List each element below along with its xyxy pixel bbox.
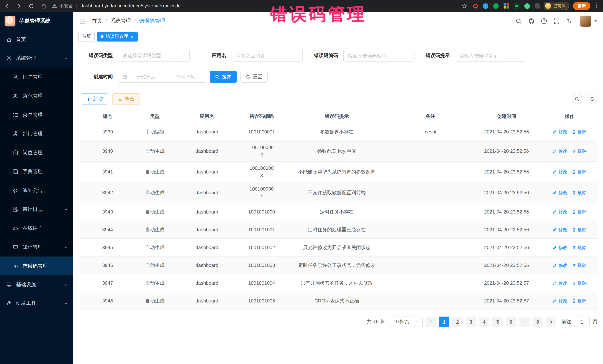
error-hint-input[interactable] — [455, 50, 526, 62]
page-button-4[interactable]: 4 — [479, 317, 489, 327]
error-code-input[interactable] — [343, 50, 415, 62]
browser-extension-icon[interactable] — [504, 3, 509, 9]
edit-link[interactable]: 修改 — [553, 128, 567, 135]
search-icon[interactable] — [515, 18, 522, 24]
delete-link[interactable]: 删除 — [572, 189, 587, 196]
delete-link[interactable]: 删除 — [572, 244, 587, 251]
page-button-1[interactable]: 1 — [439, 317, 449, 327]
back-icon[interactable] — [4, 3, 10, 9]
sidebar-item-users[interactable]: 用户管理 — [0, 67, 73, 86]
github-icon[interactable] — [528, 18, 535, 24]
sidebar-item-system[interactable]: 系统管理 — [0, 49, 73, 67]
badge-icon — [13, 150, 19, 155]
help-icon[interactable] — [541, 18, 547, 24]
tab-error-code[interactable]: 错误码管理 — [97, 32, 138, 41]
app-logo[interactable]: 芋道管理系统 — [0, 12, 73, 30]
delete-link[interactable]: 删除 — [572, 209, 587, 215]
page-ellipsis-button[interactable]: ··· — [519, 317, 530, 327]
user-menu[interactable] — [580, 15, 597, 26]
sidebar-item-audit-log[interactable]: 审计日志 — [0, 200, 73, 219]
page-button-6[interactable]: 6 — [506, 317, 516, 327]
close-icon[interactable] — [130, 35, 134, 38]
warning-icon — [52, 3, 57, 9]
sidebar-item-label: 首页 — [16, 36, 26, 43]
refresh-table-button[interactable] — [587, 94, 597, 104]
home-icon[interactable] — [40, 3, 47, 9]
search-button[interactable]: 搜索 — [210, 71, 237, 83]
sidebar-item-home[interactable]: 首页 — [0, 30, 73, 49]
export-button[interactable]: 导出 — [112, 93, 139, 105]
sidebar-item-dev-tools[interactable]: 研发工具 — [0, 294, 73, 312]
profile-paused-badge[interactable]: 已暂停 — [544, 2, 569, 10]
font-size-icon[interactable] — [566, 18, 573, 24]
date-range-picker[interactable]: 开始日期 - 结束日期 — [118, 71, 206, 83]
next-page-button[interactable] — [546, 317, 556, 327]
goto-page-input[interactable] — [574, 317, 590, 327]
delete-link[interactable]: 删除 — [572, 280, 587, 286]
sidebar-item-sms[interactable]: 短信管理 — [0, 238, 73, 256]
table-row: 3947 自动生成 dashboard 1001001004 只有开启状态的任务… — [80, 274, 597, 292]
sidebar-item-departments[interactable]: 部门管理 — [0, 124, 73, 143]
browser-extension-icon[interactable] — [524, 3, 530, 9]
browser-extension-icon[interactable] — [514, 3, 520, 9]
show-search-button[interactable] — [572, 94, 582, 104]
error-type-select[interactable]: 请选择错误码类型 — [118, 50, 190, 62]
breadcrumb-item[interactable]: 首页 — [92, 18, 102, 24]
delete-link[interactable]: 删除 — [572, 226, 587, 233]
sidebar-item-roles[interactable]: 角色管理 — [0, 86, 73, 105]
filter-row-2: 创建时间 开始日期 - 结束日期 搜索 重置 — [73, 71, 603, 83]
tab-home[interactable]: 首页 — [78, 32, 95, 41]
breadcrumb-item[interactable]: 系统管理 — [110, 18, 131, 24]
cell-id: 3944 — [80, 221, 135, 238]
app-name-input[interactable] — [232, 50, 303, 62]
sidebar-item-error-code[interactable]: 错误码管理 — [0, 256, 73, 276]
page-button-3[interactable]: 3 — [466, 317, 476, 327]
page-button-5[interactable]: 5 — [492, 317, 503, 327]
browser-menu-icon[interactable] — [594, 3, 599, 9]
address-bar[interactable]: 不安全 dashboard.yudao.iocoder.cn/system/er… — [52, 3, 467, 9]
forward-icon[interactable] — [16, 3, 22, 9]
edit-link[interactable]: 修改 — [553, 209, 567, 215]
browser-extension-icon[interactable] — [535, 3, 540, 9]
error-code-table: 编号 类型 应用名 错误码编码 错误码提示 备注 创建时间 操作 3939 手动… — [80, 110, 597, 310]
edit-link[interactable]: 修改 — [553, 168, 567, 175]
delete-link[interactable]: 删除 — [572, 298, 587, 304]
bookmark-star-icon[interactable] — [461, 3, 467, 9]
breadcrumb-item-current[interactable]: 错误码管理 — [139, 18, 165, 24]
delete-link[interactable]: 删除 — [572, 128, 587, 135]
edit-link[interactable]: 修改 — [553, 226, 567, 233]
sidebar-item-infrastructure[interactable]: 基础设施 — [0, 276, 73, 294]
browser-extension-icon[interactable] — [473, 3, 478, 8]
sidebar-item-online-users[interactable]: 在线用户 — [0, 219, 73, 238]
edit-link[interactable]: 修改 — [553, 189, 567, 196]
prev-page-button[interactable] — [426, 317, 436, 327]
total-count: 共 76 条 — [367, 318, 385, 325]
edit-link[interactable]: 修改 — [553, 298, 567, 304]
delete-label: 删除 — [578, 298, 587, 304]
edit-label: 修改 — [558, 244, 567, 251]
page-size-select[interactable]: 10条/页 — [390, 317, 423, 327]
delete-link[interactable]: 删除 — [572, 262, 587, 269]
sidebar-item-dictionary[interactable]: 字典管理 — [0, 162, 73, 181]
roles-icon — [13, 93, 19, 99]
edit-link[interactable]: 修改 — [553, 148, 567, 154]
fullscreen-icon[interactable] — [553, 18, 560, 24]
sidebar-toggle-icon[interactable] — [73, 17, 92, 25]
sidebar-item-posts[interactable]: 岗位管理 — [0, 143, 73, 162]
chevron-down-icon — [415, 320, 419, 324]
add-button[interactable]: 新增 — [81, 93, 108, 105]
page-button-8[interactable]: 8 — [533, 317, 543, 327]
sidebar-item-notices[interactable]: 通知公告 — [0, 181, 73, 200]
reset-button[interactable]: 重置 — [241, 71, 267, 83]
browser-extension-icon[interactable] — [483, 3, 488, 9]
reload-icon[interactable] — [28, 3, 35, 9]
sidebar-item-menus[interactable]: 菜单管理 — [0, 105, 73, 124]
page-button-2[interactable]: 2 — [452, 317, 463, 327]
delete-link[interactable]: 删除 — [572, 168, 587, 175]
browser-extension-icon[interactable] — [493, 3, 499, 9]
edit-link[interactable]: 修改 — [553, 244, 567, 251]
delete-link[interactable]: 删除 — [572, 148, 587, 154]
browser-update-button[interactable]: 更新 — [573, 2, 590, 10]
edit-link[interactable]: 修改 — [553, 280, 567, 286]
edit-link[interactable]: 修改 — [553, 262, 567, 269]
